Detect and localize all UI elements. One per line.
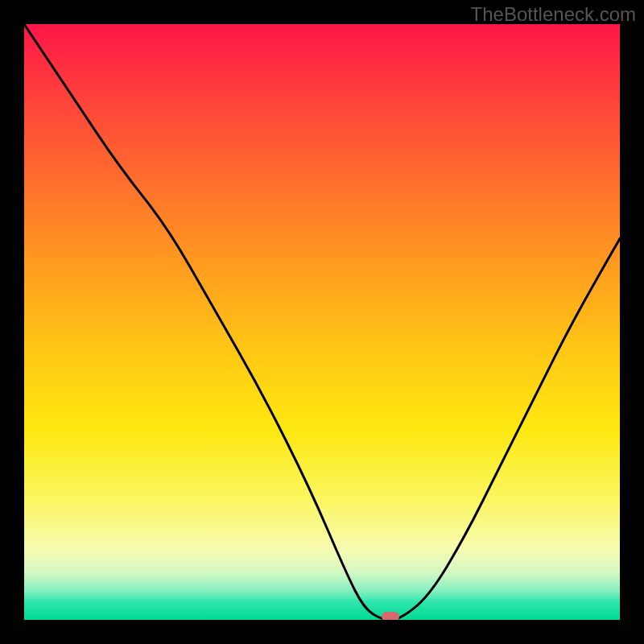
optimal-marker <box>382 612 399 620</box>
plot-area <box>24 24 620 620</box>
bottleneck-curve <box>24 24 620 620</box>
watermark-text: TheBottleneck.com <box>471 3 636 26</box>
